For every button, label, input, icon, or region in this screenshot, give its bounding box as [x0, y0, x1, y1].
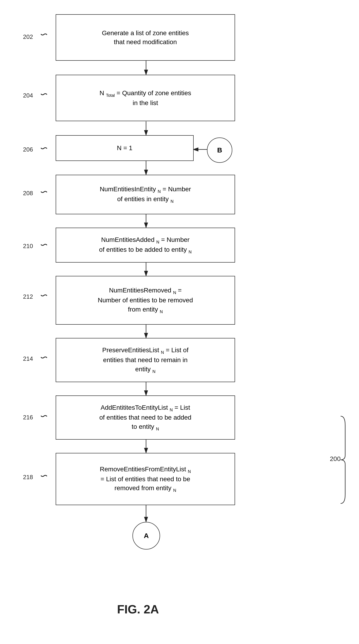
box-202-text: Generate a list of zone entitiesthat nee…	[102, 28, 189, 46]
brace-200	[334, 414, 348, 506]
box-202: Generate a list of zone entitiesthat nee…	[56, 14, 235, 61]
box-204-text: N Total = Quantity of zone entitiesin th…	[100, 88, 191, 107]
box-218: RemoveEntitiesFromEntityList N= List of …	[56, 453, 235, 505]
box-214: PreserveEntitiesList N = List ofentities…	[56, 338, 235, 382]
label-212: 212	[23, 293, 33, 300]
box-206-text: N = 1	[117, 144, 132, 152]
box-212-text: NumEntitiesRemoved N =Number of entities…	[98, 286, 193, 314]
label-206: 206	[23, 146, 33, 153]
label-210: 210	[23, 242, 33, 250]
bracket-210: 〜	[40, 240, 48, 250]
bracket-204: 〜	[40, 90, 48, 100]
bracket-212: 〜	[40, 291, 48, 301]
label-202: 202	[23, 33, 33, 40]
circle-b: B	[207, 138, 232, 163]
box-204: N Total = Quantity of zone entitiesin th…	[56, 75, 235, 121]
circle-a-label: A	[144, 532, 149, 540]
label-204: 204	[23, 92, 33, 99]
box-210: NumEntitiesAdded N = Numberof entities t…	[56, 228, 235, 262]
circle-b-label: B	[217, 146, 222, 154]
box-212: NumEntitiesRemoved N =Number of entities…	[56, 276, 235, 325]
label-208: 208	[23, 190, 33, 197]
box-206: N = 1	[56, 135, 194, 161]
bracket-214: 〜	[40, 353, 48, 363]
box-210-text: NumEntitiesAdded N = Numberof entities t…	[99, 235, 192, 255]
circle-a: A	[132, 522, 160, 550]
bracket-206: 〜	[40, 144, 48, 154]
box-208: NumEntitiesInEntity N = Numberof entitie…	[56, 175, 235, 214]
box-216-text: AddEntititesToEntityList N = Listof enti…	[99, 403, 191, 432]
box-208-text: NumEntitiesInEntity N = Numberof entitie…	[100, 184, 191, 204]
box-214-text: PreserveEntitiesList N = List ofentities…	[102, 346, 188, 374]
bracket-218: 〜	[40, 471, 48, 482]
bracket-202: 〜	[40, 30, 48, 40]
label-216: 216	[23, 414, 33, 421]
box-216: AddEntititesToEntityList N = Listof enti…	[56, 396, 235, 440]
label-218: 218	[23, 474, 33, 481]
box-218-text: RemoveEntitiesFromEntityList N= List of …	[100, 465, 191, 494]
figure-caption: FIG. 2A	[92, 602, 184, 616]
label-214: 214	[23, 355, 33, 362]
bracket-208: 〜	[40, 188, 48, 198]
bracket-216: 〜	[40, 412, 48, 422]
diagram-container: 202 〜 Generate a list of zone entitiesth…	[0, 0, 359, 644]
